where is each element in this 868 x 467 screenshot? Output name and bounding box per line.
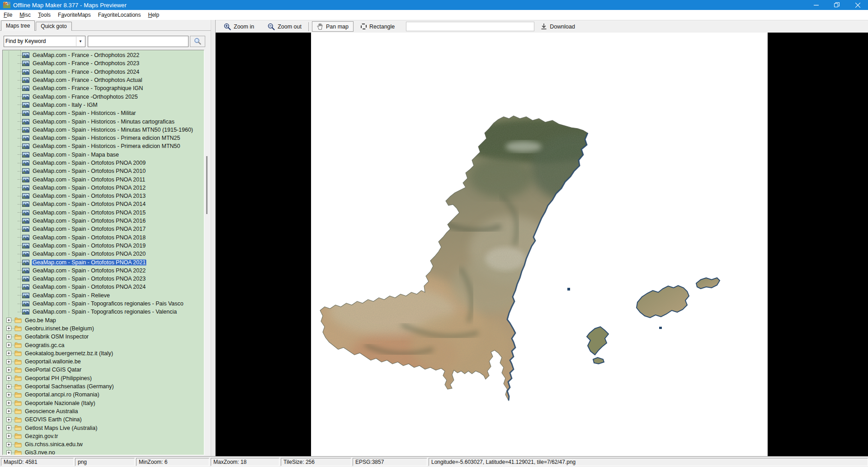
coordinates-input[interactable] bbox=[406, 22, 534, 31]
map-canvas[interactable] bbox=[311, 33, 768, 456]
tree-item[interactable]: Gis.rchss.sinica.edu.tw bbox=[3, 440, 204, 448]
tree-item-label: Geofabrik OSM Inspector bbox=[24, 334, 90, 340]
tree-item[interactable]: GeaMap.com - Spain - Relieve bbox=[3, 291, 204, 300]
folder-icon bbox=[14, 384, 22, 390]
search-button[interactable] bbox=[190, 36, 205, 47]
tree-item[interactable]: GeaMap.com - France - Orthophotos 2022 bbox=[3, 51, 204, 59]
tree-item[interactable]: GeaMap.com - Spain - Ortofotos PNOA 2010 bbox=[3, 167, 204, 175]
expand-plus-icon[interactable] bbox=[6, 359, 11, 364]
map-viewport[interactable] bbox=[216, 33, 868, 456]
expand-plus-icon[interactable] bbox=[6, 326, 11, 331]
tree-item-label: Geoportal PH (Philippines) bbox=[24, 375, 93, 381]
tree-item[interactable]: Geoportale Nazionale (Italy) bbox=[3, 399, 204, 407]
tree-item[interactable]: GeaMap.com - Spain - Ortofotos PNOA 2013 bbox=[3, 192, 204, 200]
rectangle-button[interactable]: Rectangle bbox=[357, 22, 398, 31]
tree-item[interactable]: GeaMap.com - Spain - Ortofotos PNOA 2014 bbox=[3, 200, 204, 208]
zoom-out-button[interactable]: Zoom out bbox=[264, 22, 305, 32]
tree-item[interactable]: Getlost Maps Live (Australia) bbox=[3, 424, 204, 432]
tree-item[interactable]: Geobru.irisnet.be (Belgium) bbox=[3, 324, 204, 333]
expand-plus-icon[interactable] bbox=[6, 367, 11, 372]
tree-item[interactable]: GeaMap.com - Spain - Ortofotos PNOA 2011 bbox=[3, 175, 204, 183]
expand-plus-icon[interactable] bbox=[6, 450, 11, 455]
tree-item[interactable]: GeaMap.com - Italy - IGM bbox=[3, 101, 204, 109]
expand-plus-icon[interactable] bbox=[6, 334, 11, 339]
expand-plus-icon[interactable] bbox=[6, 376, 11, 381]
pan-map-button[interactable]: Pan map bbox=[312, 21, 354, 32]
tree-item[interactable]: GeaMap.com - Spain - Ortofotos PNOA 2020 bbox=[3, 250, 204, 258]
tree-item[interactable]: GeaMap.com - Spain - Ortofotos PNOA 2021 bbox=[3, 258, 204, 266]
tree-item-label: GeaMap.com - Spain - Ortofotos PNOA 2016 bbox=[32, 218, 146, 224]
tree-item[interactable]: GeaMap.com - France - Orthophotos 2024 bbox=[3, 68, 204, 76]
search-mode-value[interactable] bbox=[5, 36, 74, 47]
tree-item[interactable]: GeaMap.com - Spain - Historicos - Minuta… bbox=[3, 126, 204, 134]
tree-item[interactable]: GeoPortal CGIS Qatar bbox=[3, 366, 204, 374]
tree-item[interactable]: Geoportail.wallonie.be bbox=[3, 357, 204, 366]
tree-item[interactable]: Geogratis.gc.ca bbox=[3, 341, 204, 349]
menu-item-file[interactable]: File bbox=[0, 10, 16, 19]
expand-plus-icon[interactable] bbox=[6, 417, 11, 422]
tree-item[interactable]: Geoscience Australia bbox=[3, 407, 204, 415]
close-button[interactable] bbox=[847, 0, 868, 10]
tree-item[interactable]: GeaMap.com - Spain - Historicos - Primer… bbox=[3, 134, 204, 142]
tree-item[interactable]: GeaMap.com - Spain - Mapa base bbox=[3, 151, 204, 159]
tree-item[interactable]: GeaMap.com - France - Topographique IGN bbox=[3, 84, 204, 92]
tree-item[interactable]: GeaMap.com - Spain - Topograficos region… bbox=[3, 300, 204, 308]
expand-plus-icon[interactable] bbox=[6, 318, 11, 323]
tree-item[interactable]: GeaMap.com - Spain - Ortofotos PNOA 2015 bbox=[3, 209, 204, 217]
tree-item[interactable]: GeaMap.com - Spain - Ortofotos PNOA 2019 bbox=[3, 242, 204, 250]
tree-item[interactable]: GeaMap.com - Spain - Ortofotos PNOA 2016 bbox=[3, 217, 204, 225]
tab-maps-tree[interactable]: Maps tree bbox=[1, 20, 35, 31]
zoom-in-button[interactable]: Zoom in bbox=[220, 22, 258, 32]
chevron-down-icon[interactable]: ▼ bbox=[76, 37, 85, 46]
expand-plus-icon[interactable] bbox=[6, 434, 11, 438]
tree-item[interactable]: GeaMap.com - France - Orthophotos Actual bbox=[3, 76, 204, 84]
expand-plus-icon[interactable] bbox=[6, 392, 11, 397]
tree-item[interactable]: GeaMap.com - Spain - Ortofotos PNOA 2017 bbox=[3, 225, 204, 233]
tree-scrollbar-thumb[interactable] bbox=[206, 156, 208, 214]
expand-plus-icon[interactable] bbox=[6, 409, 11, 414]
expand-plus-icon[interactable] bbox=[6, 400, 11, 405]
menu-item-help[interactable]: Help bbox=[145, 10, 163, 19]
panel-splitter[interactable] bbox=[211, 20, 216, 456]
tree-item[interactable]: GeaMap.com - Spain - Ortofotos PNOA 2009 bbox=[3, 159, 204, 167]
search-mode-combobox[interactable]: ▼ bbox=[4, 36, 85, 47]
tree-item[interactable]: GeaMap.com - Spain - Ortofotos PNOA 2024 bbox=[3, 283, 204, 291]
expand-plus-icon[interactable] bbox=[6, 384, 11, 389]
tree-item[interactable]: GeaMap.com - Spain - Historicos - Minuta… bbox=[3, 117, 204, 125]
tree-item[interactable]: GeaMap.com - France -Orthophotos 2025 bbox=[3, 92, 204, 100]
map-layer-icon bbox=[22, 301, 29, 306]
folder-icon bbox=[14, 375, 22, 381]
menu-item-tools[interactable]: Tools bbox=[34, 10, 54, 19]
tab-quick-goto[interactable]: Quick goto bbox=[36, 22, 71, 31]
tree-item[interactable]: Gezgin.gov.tr bbox=[3, 432, 204, 440]
tree-item[interactable]: Geoportal Sachsenatlas (Germany) bbox=[3, 382, 204, 391]
search-input[interactable] bbox=[88, 36, 189, 47]
tree-item[interactable]: GeaMap.com - Spain - Historicos - Primer… bbox=[3, 142, 204, 150]
tree-item[interactable]: GeaMap.com - Spain - Topograficos region… bbox=[3, 308, 204, 316]
expand-plus-icon[interactable] bbox=[6, 351, 11, 356]
menu-item-misc[interactable]: Misc bbox=[16, 10, 34, 19]
tree-item[interactable]: Geoportal.ancpi.ro (Romania) bbox=[3, 391, 204, 399]
tree-item[interactable]: GeaMap.com - Spain - Ortofotos PNOA 2012 bbox=[3, 184, 204, 192]
tree-item[interactable]: GeaMap.com - Spain - Ortofotos PNOA 2023 bbox=[3, 275, 204, 283]
tree-item[interactable]: Geoportal PH (Philippines) bbox=[3, 374, 204, 382]
tree-item[interactable]: GeaMap.com - Spain - Ortofotos PNOA 2018 bbox=[3, 234, 204, 242]
tree-item[interactable]: Geofabrik OSM Inspector bbox=[3, 333, 204, 341]
menu-item-favoritemaps[interactable]: FavoriteMaps bbox=[54, 10, 94, 19]
folder-icon bbox=[14, 317, 22, 323]
tree-item[interactable]: Geo.be Map bbox=[3, 316, 204, 324]
tree-item[interactable]: GeaMap.com - France - Orthophotos 2023 bbox=[3, 59, 204, 67]
tree-item[interactable]: Gis3.nve.no bbox=[3, 448, 204, 455]
tree-item[interactable]: GeaMap.com - Spain - Ortofotos PNOA 2022 bbox=[3, 267, 204, 275]
expand-plus-icon[interactable] bbox=[6, 425, 11, 430]
expand-plus-icon[interactable] bbox=[6, 442, 11, 447]
restore-button[interactable] bbox=[826, 0, 847, 10]
menu-item-favoritelocations[interactable]: FavoriteLocations bbox=[94, 10, 145, 19]
download-button[interactable]: Download bbox=[537, 22, 579, 31]
tree-item[interactable]: GEOVIS Earth (China) bbox=[3, 415, 204, 424]
tree-item[interactable]: GeaMap.com - Spain - Historicos - Milita… bbox=[3, 109, 204, 117]
tree-item-label: GeaMap.com - Spain - Ortofotos PNOA 2015 bbox=[32, 210, 146, 216]
minimize-button[interactable] bbox=[806, 0, 826, 10]
expand-plus-icon[interactable] bbox=[6, 343, 11, 348]
tree-item[interactable]: Geokatalog.buergernetz.bz.it (Italy) bbox=[3, 349, 204, 357]
